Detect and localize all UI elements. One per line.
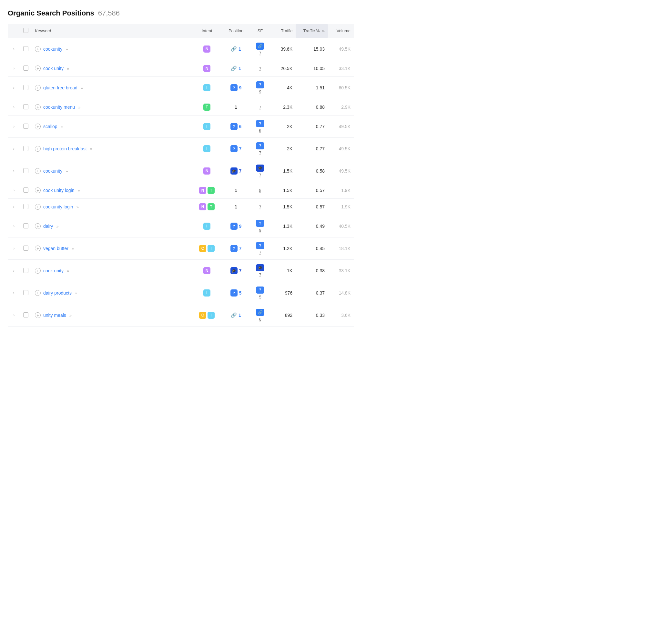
sf-number: 7 [259,250,261,255]
expand-button[interactable]: › [11,146,17,152]
keyword-link[interactable]: high protein breakfast [43,146,87,151]
add-keyword-button[interactable]: + [35,46,41,52]
expand-button[interactable]: › [11,168,17,174]
add-keyword-button[interactable]: + [35,104,41,110]
expand-button[interactable]: › [11,312,17,318]
expand-button[interactable]: › [11,223,17,229]
row-checkbox[interactable] [23,66,28,71]
expand-button[interactable]: › [11,104,17,110]
traffic-pct-value: 1.51 [316,85,325,90]
expand-button[interactable]: › [11,123,17,130]
select-all-checkbox[interactable] [23,28,28,33]
row-checkbox[interactable] [23,104,28,109]
position-cell: ? 5 [222,282,250,304]
row-checkbox[interactable] [23,223,28,228]
traffic-pct-value: 0.33 [316,313,325,318]
traffic-pct-cell: 0.33 [296,304,328,326]
keyword-link[interactable]: cookunity [43,168,62,174]
row-checkbox[interactable] [23,204,28,209]
keyword-cell: + dairy products » [32,282,192,304]
expand-cell: › [8,38,20,60]
keyword-link[interactable]: vegan butter [43,246,68,251]
keyword-arrows: » [66,169,68,174]
sf-number: 7 [259,172,261,178]
intent-cell: I [192,138,222,160]
keyword-link[interactable]: cook unity [43,268,64,273]
add-keyword-button[interactable]: + [35,268,41,274]
volume-cell: 1.9K [328,182,354,199]
keyword-link[interactable]: dairy [43,224,53,229]
keyword-link[interactable]: scallop [43,124,58,129]
check-cell [20,260,32,282]
keyword-cell: + cookunity login » [32,199,192,215]
keyword-link[interactable]: unity meals [43,313,66,318]
traffic-value: 1.5K [283,204,292,209]
table-row: › + cook unity login » NT 1 5 1.5K [8,182,354,199]
position-cell: ? 9 [222,215,250,237]
add-keyword-button[interactable]: + [35,204,41,210]
row-checkbox[interactable] [23,123,28,129]
expand-button[interactable]: › [11,246,17,251]
keyword-link[interactable]: cook unity login [43,188,74,193]
row-checkbox[interactable] [23,312,28,318]
traffic-pct-value: 0.57 [316,188,325,193]
expand-button[interactable]: › [11,187,17,193]
keyword-link[interactable]: cook unity [43,66,64,71]
expand-button[interactable]: › [11,268,17,274]
intent-badge: N [199,203,206,210]
traffic-cell: 1.5K [270,182,296,199]
position-cell: 🔗 1 [222,304,250,326]
row-checkbox[interactable] [23,187,28,192]
expand-button[interactable]: › [11,46,17,52]
traffic-cell: 1.3K [270,215,296,237]
keyword-link[interactable]: cookunity [43,46,62,52]
expand-button[interactable]: › [11,66,17,71]
expand-button[interactable]: › [11,204,17,210]
traffic-pct-col-header[interactable]: Traffic % ⇅ [296,24,328,38]
keyword-link[interactable]: gluten free bread [43,85,77,90]
keyword-link[interactable]: cookunity login [43,204,73,209]
add-keyword-button[interactable]: + [35,85,41,91]
keyword-arrows: » [81,86,83,90]
intent-badge: T [207,203,214,210]
sf-col-header: SF [250,24,270,38]
add-keyword-button[interactable]: + [35,290,41,296]
add-keyword-button[interactable]: + [35,187,41,193]
keyword-link[interactable]: dairy products [43,291,72,296]
row-checkbox[interactable] [23,168,28,173]
sf-number: 6 [259,128,261,133]
add-keyword-button[interactable]: + [35,66,41,71]
traffic-value: 4K [287,85,292,90]
expand-cell: › [8,199,20,215]
add-keyword-button[interactable]: + [35,223,41,229]
add-keyword-button[interactable]: + [35,168,41,174]
add-keyword-button[interactable]: + [35,146,41,152]
keyword-link[interactable]: cookunity menu [43,105,75,110]
table-row: › + unity meals » CI 🔗 1 🔗 6 [8,304,354,326]
expand-button[interactable]: › [11,290,17,296]
row-checkbox[interactable] [23,85,28,90]
expand-cell: › [8,282,20,304]
check-col-header [20,24,32,38]
row-checkbox[interactable] [23,268,28,273]
position-value: 🎓 7 [230,267,242,274]
add-keyword-button[interactable]: + [35,246,41,251]
keyword-cell: + scallop » [32,115,192,138]
add-keyword-button[interactable]: + [35,123,41,130]
traffic-pct-cell: 0.37 [296,282,328,304]
keyword-arrows: » [72,246,74,251]
table-row: › + cook unity » N 🔗 1 7 26.5K [8,60,354,77]
row-checkbox[interactable] [23,246,28,251]
row-checkbox[interactable] [23,290,28,295]
position-value: 🎓 7 [230,167,242,175]
keyword-cell: + cookunity » [32,160,192,182]
row-checkbox[interactable] [23,146,28,151]
volume-value: 1.9K [341,204,350,209]
expand-button[interactable]: › [11,85,17,91]
keyword-cell: + gluten free bread » [32,77,192,99]
row-checkbox[interactable] [23,46,28,51]
traffic-value: 2.3K [283,105,292,110]
add-keyword-button[interactable]: + [35,312,41,318]
traffic-cell: 4K [270,77,296,99]
position-cell: 🔗 1 [222,38,250,60]
